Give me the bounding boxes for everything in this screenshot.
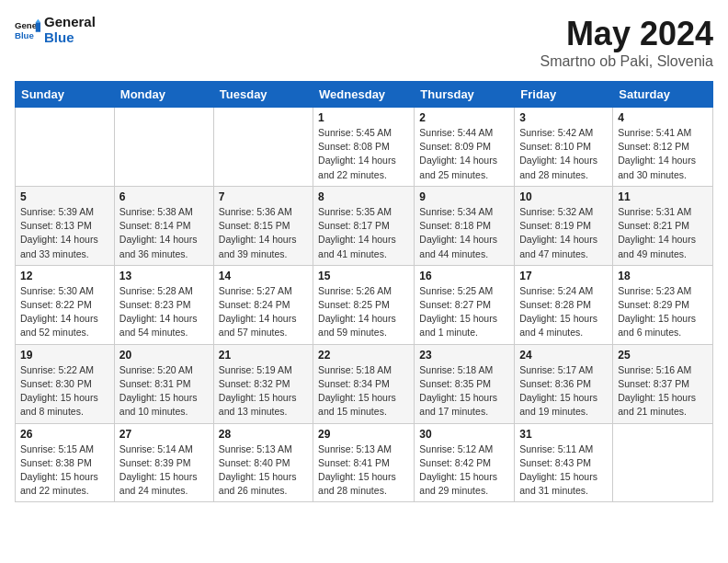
day-number-19: 19 [20,349,109,362]
day-cell-10: 10Sunrise: 5:32 AM Sunset: 8:19 PM Dayli… [515,186,613,265]
day-cell-9: 9Sunrise: 5:34 AM Sunset: 8:18 PM Daylig… [415,186,515,265]
day-number-25: 25 [618,349,708,362]
empty-cell [213,108,313,187]
day-info-16: Sunrise: 5:25 AM Sunset: 8:27 PM Dayligh… [419,284,509,340]
day-info-4: Sunrise: 5:41 AM Sunset: 8:12 PM Dayligh… [618,126,708,182]
day-info-3: Sunrise: 5:42 AM Sunset: 8:10 PM Dayligh… [519,126,608,182]
day-cell-13: 13Sunrise: 5:28 AM Sunset: 8:23 PM Dayli… [114,265,213,344]
day-info-12: Sunrise: 5:30 AM Sunset: 8:22 PM Dayligh… [20,284,109,340]
day-info-20: Sunrise: 5:20 AM Sunset: 8:31 PM Dayligh… [119,363,209,419]
day-number-14: 14 [219,270,308,282]
week-row-3: 12Sunrise: 5:30 AM Sunset: 8:22 PM Dayli… [16,265,713,344]
day-info-18: Sunrise: 5:23 AM Sunset: 8:29 PM Dayligh… [618,284,708,340]
day-cell-19: 19Sunrise: 5:22 AM Sunset: 8:30 PM Dayli… [16,344,115,423]
day-info-27: Sunrise: 5:14 AM Sunset: 8:39 PM Dayligh… [119,442,209,499]
weekday-header-friday: Friday [515,82,613,108]
day-number-24: 24 [519,349,608,362]
day-info-11: Sunrise: 5:31 AM Sunset: 8:21 PM Dayligh… [618,205,708,261]
empty-cell [16,108,115,187]
day-info-23: Sunrise: 5:18 AM Sunset: 8:35 PM Dayligh… [419,363,509,419]
day-number-20: 20 [119,349,209,362]
day-cell-26: 26Sunrise: 5:15 AM Sunset: 8:38 PM Dayli… [16,423,115,502]
day-info-7: Sunrise: 5:36 AM Sunset: 8:15 PM Dayligh… [219,205,308,261]
day-number-8: 8 [318,190,409,203]
day-number-18: 18 [618,270,708,282]
weekday-header-monday: Monday [114,82,213,108]
day-number-10: 10 [519,190,608,203]
logo-icon: General Blue [15,17,40,43]
day-number-30: 30 [419,428,509,441]
day-info-28: Sunrise: 5:13 AM Sunset: 8:40 PM Dayligh… [219,442,308,499]
day-number-28: 28 [219,428,308,441]
weekday-header-saturday: Saturday [613,82,713,108]
day-number-16: 16 [419,270,509,282]
day-number-22: 22 [318,349,409,362]
page-header: General Blue General Blue May 2024 Smart… [15,15,713,70]
day-number-17: 17 [519,270,608,282]
day-number-27: 27 [119,428,209,441]
day-cell-22: 22Sunrise: 5:18 AM Sunset: 8:34 PM Dayli… [313,344,415,423]
week-row-2: 5Sunrise: 5:39 AM Sunset: 8:13 PM Daylig… [16,186,713,265]
day-info-26: Sunrise: 5:15 AM Sunset: 8:38 PM Dayligh… [20,442,109,499]
logo-blue-text: Blue [44,30,96,46]
day-cell-28: 28Sunrise: 5:13 AM Sunset: 8:40 PM Dayli… [213,423,313,502]
day-info-1: Sunrise: 5:45 AM Sunset: 8:08 PM Dayligh… [318,126,409,182]
day-info-6: Sunrise: 5:38 AM Sunset: 8:14 PM Dayligh… [119,205,209,261]
day-cell-18: 18Sunrise: 5:23 AM Sunset: 8:29 PM Dayli… [613,265,713,344]
day-number-26: 26 [20,428,109,441]
calendar-table: SundayMondayTuesdayWednesdayThursdayFrid… [15,81,713,502]
day-cell-5: 5Sunrise: 5:39 AM Sunset: 8:13 PM Daylig… [16,186,115,265]
day-number-11: 11 [618,190,708,203]
day-cell-16: 16Sunrise: 5:25 AM Sunset: 8:27 PM Dayli… [415,265,515,344]
day-info-10: Sunrise: 5:32 AM Sunset: 8:19 PM Dayligh… [519,205,608,261]
day-cell-12: 12Sunrise: 5:30 AM Sunset: 8:22 PM Dayli… [16,265,115,344]
day-cell-30: 30Sunrise: 5:12 AM Sunset: 8:42 PM Dayli… [415,423,515,502]
day-number-15: 15 [318,270,409,282]
day-info-8: Sunrise: 5:35 AM Sunset: 8:17 PM Dayligh… [318,205,409,261]
day-info-29: Sunrise: 5:13 AM Sunset: 8:41 PM Dayligh… [318,442,409,499]
weekday-header-row: SundayMondayTuesdayWednesdayThursdayFrid… [16,82,713,108]
day-number-6: 6 [119,190,209,203]
day-info-21: Sunrise: 5:19 AM Sunset: 8:32 PM Dayligh… [219,363,308,419]
day-info-22: Sunrise: 5:18 AM Sunset: 8:34 PM Dayligh… [318,363,409,419]
day-cell-24: 24Sunrise: 5:17 AM Sunset: 8:36 PM Dayli… [515,344,613,423]
week-row-4: 19Sunrise: 5:22 AM Sunset: 8:30 PM Dayli… [16,344,713,423]
day-cell-14: 14Sunrise: 5:27 AM Sunset: 8:24 PM Dayli… [213,265,313,344]
svg-marker-2 [36,22,40,32]
day-number-29: 29 [318,428,409,441]
day-info-15: Sunrise: 5:26 AM Sunset: 8:25 PM Dayligh… [318,284,409,340]
day-info-31: Sunrise: 5:11 AM Sunset: 8:43 PM Dayligh… [519,442,608,499]
day-info-5: Sunrise: 5:39 AM Sunset: 8:13 PM Dayligh… [20,205,109,261]
week-row-5: 26Sunrise: 5:15 AM Sunset: 8:38 PM Dayli… [16,423,713,502]
day-cell-20: 20Sunrise: 5:20 AM Sunset: 8:31 PM Dayli… [114,344,213,423]
day-cell-23: 23Sunrise: 5:18 AM Sunset: 8:35 PM Dayli… [415,344,515,423]
day-cell-1: 1Sunrise: 5:45 AM Sunset: 8:08 PM Daylig… [313,108,415,187]
day-info-9: Sunrise: 5:34 AM Sunset: 8:18 PM Dayligh… [419,205,509,261]
day-cell-6: 6Sunrise: 5:38 AM Sunset: 8:14 PM Daylig… [114,186,213,265]
day-cell-27: 27Sunrise: 5:14 AM Sunset: 8:39 PM Dayli… [114,423,213,502]
empty-cell [114,108,213,187]
location: Smartno ob Paki, Slovenia [540,53,713,70]
day-number-23: 23 [419,349,509,362]
weekday-header-wednesday: Wednesday [313,82,415,108]
day-cell-29: 29Sunrise: 5:13 AM Sunset: 8:41 PM Dayli… [313,423,415,502]
day-cell-25: 25Sunrise: 5:16 AM Sunset: 8:37 PM Dayli… [613,344,713,423]
day-number-2: 2 [419,111,509,124]
svg-text:Blue: Blue [15,29,34,40]
month-title: May 2024 [540,15,713,53]
day-number-31: 31 [519,428,608,441]
day-cell-15: 15Sunrise: 5:26 AM Sunset: 8:25 PM Dayli… [313,265,415,344]
logo: General Blue General Blue [15,15,96,45]
title-block: May 2024 Smartno ob Paki, Slovenia [540,15,713,70]
weekday-header-tuesday: Tuesday [213,82,313,108]
day-number-5: 5 [20,190,109,203]
day-number-3: 3 [519,111,608,124]
day-number-12: 12 [20,270,109,282]
day-cell-4: 4Sunrise: 5:41 AM Sunset: 8:12 PM Daylig… [613,108,713,187]
day-cell-21: 21Sunrise: 5:19 AM Sunset: 8:32 PM Dayli… [213,344,313,423]
day-number-21: 21 [219,349,308,362]
day-cell-7: 7Sunrise: 5:36 AM Sunset: 8:15 PM Daylig… [213,186,313,265]
day-cell-31: 31Sunrise: 5:11 AM Sunset: 8:43 PM Dayli… [515,423,613,502]
day-cell-11: 11Sunrise: 5:31 AM Sunset: 8:21 PM Dayli… [613,186,713,265]
weekday-header-thursday: Thursday [415,82,515,108]
